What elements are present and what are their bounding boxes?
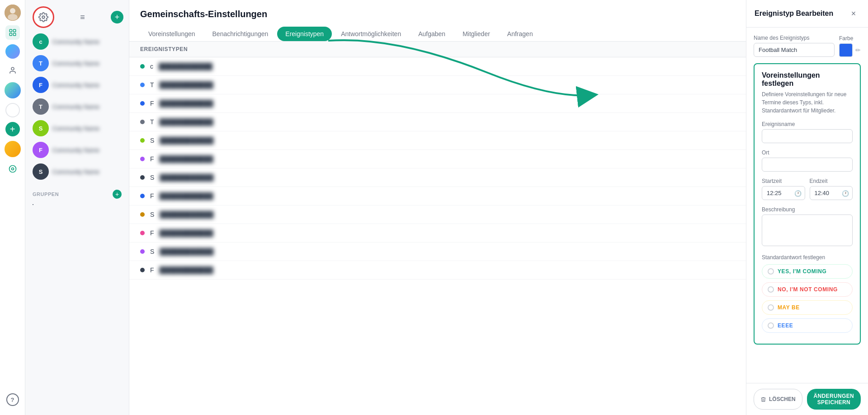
event-dot — [140, 101, 145, 106]
nav-circle[interactable] — [5, 103, 20, 117]
event-type-name: ████████████ — [160, 118, 213, 126]
settings-button[interactable] — [33, 6, 54, 28]
svg-point-8 — [9, 166, 16, 173]
answers-container: YES, I'M COMINGNO, I'M NOT COMINGMAY BEE… — [762, 264, 853, 333]
event-dot — [140, 83, 145, 87]
endzeit-input[interactable] — [810, 186, 853, 200]
startzeit-input[interactable] — [762, 186, 805, 200]
page-title: Gemeinschafts-Einstellungen — [140, 9, 735, 19]
svg-rect-6 — [13, 33, 15, 36]
sidebar-dot: S — [33, 120, 49, 136]
tab-anfragen[interactable]: Anfragen — [499, 27, 541, 41]
ort-label: Ort — [762, 149, 853, 156]
sidebar-item-name: Community Name — [52, 60, 99, 67]
tab-benachrichtigungen[interactable]: Benachrichtigungen — [204, 27, 277, 41]
event-type-row[interactable]: S████████████ — [129, 205, 746, 224]
nav-icon-3[interactable] — [5, 63, 20, 78]
sidebar-list-item[interactable]: SCommunity Name — [25, 161, 129, 182]
answer-label: NO, I'M NOT COMING — [778, 286, 838, 293]
event-type-row[interactable]: T████████████ — [129, 76, 746, 94]
ort-row: Ort — [762, 149, 853, 172]
answer-label: MAY BE — [778, 304, 800, 311]
event-type-row[interactable]: F████████████ — [129, 94, 746, 113]
sidebar-menu-icon[interactable]: ≡ — [80, 13, 85, 22]
nav-icon-1[interactable] — [5, 25, 20, 40]
event-type-row[interactable]: S████████████ — [129, 168, 746, 187]
color-edit-icon[interactable]: ✏ — [855, 47, 861, 54]
svg-point-9 — [11, 168, 14, 170]
event-type-letter: T — [150, 81, 154, 89]
content-area: ≡ + cCommunity NameTCommunity NameFCommu… — [25, 0, 868, 415]
event-type-name: ████████████ — [160, 266, 213, 274]
add-community-button[interactable]: + — [5, 122, 20, 136]
nav-avatar-3[interactable] — [5, 141, 21, 157]
event-type-row[interactable]: F████████████ — [129, 150, 746, 168]
right-panel: Ereignistyp Bearbeiten × Name des Ereign… — [746, 0, 868, 415]
answer-option-2[interactable]: MAY BE — [762, 300, 853, 315]
nav-circle-icon[interactable] — [5, 162, 20, 176]
event-type-row[interactable]: F████████████ — [129, 224, 746, 242]
loeschen-button[interactable]: LÖSCHEN — [754, 389, 802, 410]
ereignisname-label: Ereignisname — [762, 121, 853, 127]
ort-input[interactable] — [762, 158, 853, 172]
answer-option-3[interactable]: EEEE — [762, 318, 853, 333]
sidebar-list-item[interactable]: TCommunity Name — [25, 96, 129, 117]
sidebar-add-button[interactable]: + — [111, 11, 123, 23]
farbe-label: Farbe — [839, 35, 861, 42]
trash-icon — [760, 396, 766, 402]
sidebar-list-item[interactable]: SCommunity Name — [25, 117, 129, 139]
event-type-row[interactable]: S████████████ — [129, 242, 746, 261]
event-type-row[interactable]: F████████████ — [129, 261, 746, 280]
sidebar-dot: T — [33, 98, 49, 115]
sidebar-list-item[interactable]: TCommunity Name — [25, 52, 129, 74]
vorein-desc: Definiere Voreinstellungen für neue Term… — [762, 90, 853, 115]
startzeit-input-wrap: 🕐 — [762, 186, 805, 200]
event-dot — [140, 138, 145, 143]
nav-avatar-2[interactable] — [5, 82, 21, 98]
answer-option-0[interactable]: YES, I'M COMING — [762, 264, 853, 279]
tab-ereignistypen[interactable]: Ereignistypen — [277, 27, 332, 41]
event-type-letter: F — [150, 100, 154, 107]
beschreibung-label: Beschreibung — [762, 206, 853, 213]
sidebar-bottom: ? — [6, 393, 19, 410]
sidebar-list-item[interactable]: FCommunity Name — [25, 74, 129, 96]
std-antwort-label: Standardantwort festlegen — [762, 254, 853, 261]
beschreibung-textarea[interactable] — [762, 214, 853, 246]
event-type-name: ████████████ — [160, 81, 213, 89]
radio-dot — [768, 268, 774, 275]
event-dot — [140, 231, 145, 235]
close-button[interactable]: × — [847, 7, 860, 20]
event-type-name: ████████████ — [160, 174, 213, 181]
svg-point-10 — [42, 16, 45, 19]
user-avatar[interactable] — [5, 5, 21, 21]
sidebar-section-add[interactable]: + — [113, 190, 122, 199]
event-type-row[interactable]: S████████████ — [129, 131, 746, 150]
sidebar-list-item[interactable]: cCommunity Name — [25, 31, 129, 52]
sidebar-item-name: Community Name — [52, 82, 99, 89]
speichern-button[interactable]: ÄNDERUNGEN SPEICHERN — [807, 389, 861, 410]
event-dot — [140, 157, 145, 161]
event-type-row[interactable]: F████████████ — [129, 187, 746, 205]
event-type-letter: S — [150, 174, 154, 181]
sidebar-input-wrap — [25, 201, 129, 208]
event-dot — [140, 268, 145, 272]
nav-icon-2[interactable] — [5, 44, 20, 59]
event-type-name-input[interactable] — [754, 43, 835, 57]
tab-mitglieder[interactable]: Mitglieder — [454, 27, 498, 41]
event-type-row[interactable]: c████████████ — [129, 57, 746, 76]
name-label: Name des Ereignistyps — [754, 35, 835, 41]
tab-aufgaben[interactable]: Aufgaben — [410, 27, 453, 41]
tab-antwortmöglichkeiten[interactable]: Antwortmöglichkeiten — [333, 27, 409, 41]
svg-point-1 — [10, 8, 15, 14]
tabs: VoreinstellungenBenachrichtigungenEreign… — [140, 27, 735, 41]
sidebar-list-item[interactable]: FCommunity Name — [25, 139, 129, 161]
answer-label: YES, I'M COMING — [778, 268, 827, 275]
event-type-row[interactable]: T████████████ — [129, 113, 746, 131]
tab-voreinstellungen[interactable]: Voreinstellungen — [140, 27, 203, 41]
color-swatch[interactable] — [839, 43, 853, 57]
event-type-letter: F — [150, 155, 154, 163]
left-sidebar: + ? — [0, 0, 25, 415]
help-button[interactable]: ? — [6, 393, 19, 406]
answer-option-1[interactable]: NO, I'M NOT COMING — [762, 282, 853, 297]
ereignisname-input[interactable] — [762, 129, 853, 143]
